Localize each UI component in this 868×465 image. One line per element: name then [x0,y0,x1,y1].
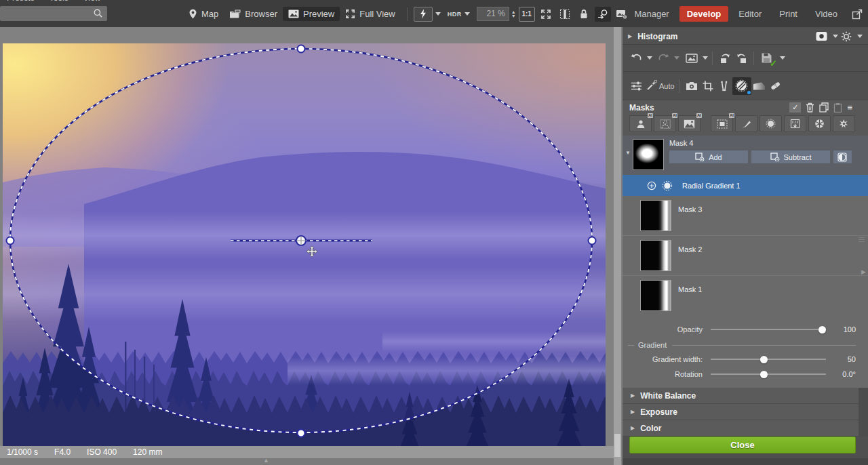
menu-item[interactable]: Presets [7,0,35,3]
redo-dropdown-caret[interactable] [674,56,679,60]
hdr-label[interactable]: HDR [448,11,462,18]
module-tab-manager[interactable]: Manager [627,6,676,22]
undo-icon[interactable] [628,50,644,66]
rail-grip-icon[interactable] [859,237,865,242]
zoom-level-input[interactable]: 21 % [477,7,509,21]
rotate-left-icon[interactable] [717,50,733,66]
mask4-expander-icon[interactable]: ▼ [625,150,631,156]
histogram-section-header[interactable]: ▶ Histogram [623,28,868,45]
module-tab-develop[interactable]: Develop [679,6,729,22]
rotation-slider[interactable] [711,373,826,375]
ai-subject-mask-button[interactable]: AI [654,115,676,132]
browser-button[interactable]: Browser [224,7,283,21]
opacity-slider-thumb[interactable] [818,326,826,333]
rotation-slider-row: Rotation 0.0° [623,367,856,381]
camera-icon[interactable] [684,78,700,94]
search-input[interactable] [4,7,90,20]
gradient-group-header[interactable]: Gradient [628,340,856,350]
masks-enable-check-icon[interactable]: ✓ [789,102,801,113]
flash-dropdown-caret[interactable] [435,12,441,16]
external-window-icon[interactable] [852,9,863,20]
menu-item[interactable]: Tools [50,0,68,3]
lock-button[interactable] [576,7,592,22]
add-gradient-icon[interactable] [647,181,656,190]
paste-mask-icon[interactable] [833,102,842,113]
exposure-section-header[interactable]: ▶ Exposure [623,404,859,420]
fit-to-screen-button[interactable] [538,7,554,22]
gradient-width-slider-row: Gradient width: 50 [623,352,856,366]
preview-button[interactable]: Preview [283,7,340,21]
gradient-width-slider-thumb[interactable] [760,356,768,363]
module-tab-print[interactable]: Print [772,6,805,22]
delete-mask-icon[interactable] [806,102,814,113]
folder-icon [229,9,241,19]
mask3-row[interactable]: Mask 3 [623,196,868,236]
zoom-1to1-button[interactable]: 1:1 [519,7,535,22]
original-image-icon[interactable] [684,50,700,66]
mask2-row[interactable]: Mask 2 [623,236,868,276]
save-dropdown-caret[interactable] [780,56,785,60]
flash-preview-button[interactable] [414,7,433,22]
save-icon[interactable]: ✓ [758,50,774,66]
compare-view-button[interactable] [595,7,611,22]
rotate-right-icon[interactable] [733,50,749,66]
full-view-button[interactable]: Full View [340,7,401,21]
radial-gradient-item-selected[interactable]: Radial Gradient 1 [623,175,868,196]
close-button[interactable]: Close [629,437,856,453]
ai-people-mask-button[interactable]: AI [629,115,652,132]
mask2-thumbnail[interactable] [640,240,671,271]
gradient-width-slider[interactable] [711,359,826,360]
undo-dropdown-caret[interactable] [647,56,652,60]
image-canvas[interactable]: 1/1000 s F4.0 ISO 400 120 mm ▲ [0,27,623,465]
scrollbar-thumb[interactable] [614,434,620,457]
module-tab-video[interactable]: Video [808,6,845,22]
magic-wand-mask-button[interactable] [833,115,855,132]
panel-resize-rail[interactable]: ▶ [856,114,868,465]
zoom-stepper[interactable]: ▲▼ [511,10,516,18]
masking-brush-tool-active[interactable] [732,77,751,95]
linear-gradient-mask-button[interactable] [784,115,806,132]
color-title: Color [640,424,661,433]
color-section-header[interactable]: ▶ Color [623,420,859,436]
panel-collapse-arrow-icon[interactable]: ▶ [861,268,866,275]
white-balance-section-header[interactable]: ▶ White Balance [623,388,859,403]
settings-gear-icon[interactable] [841,31,852,42]
straighten-icon[interactable] [716,78,732,94]
healing-bandage-icon[interactable] [768,78,784,94]
invert-mask-button[interactable] [833,150,852,163]
overlay-dropdown-caret[interactable] [833,35,838,38]
auto-label[interactable]: Auto [659,82,675,90]
subtract-from-mask-button[interactable]: Subtract [751,150,830,163]
masks-menu-icon[interactable]: ≡ [847,102,852,113]
gradient-filter-icon[interactable] [751,78,768,94]
gear-dropdown-caret[interactable] [857,35,863,38]
duplicate-mask-icon[interactable] [819,102,829,113]
filmstrip-expand-arrow-icon[interactable]: ▲ [263,457,269,464]
brush-mask-button[interactable] [735,115,757,132]
overlay-display-icon[interactable] [816,31,827,41]
opacity-slider[interactable] [711,329,826,330]
canvas-vertical-scrollbar[interactable] [614,27,621,465]
rotation-slider-thumb[interactable] [760,371,768,378]
crop-icon[interactable] [700,78,716,94]
mask3-thumbnail[interactable] [640,200,671,231]
add-to-mask-button[interactable]: Add [669,150,748,163]
ai-selection-mask-button[interactable]: AI [711,115,733,132]
mask1-row[interactable]: Mask 1 [623,276,868,316]
hdr-dropdown-caret[interactable] [465,12,470,16]
menu-item[interactable]: View [83,0,101,3]
module-tab-editor[interactable]: Editor [731,6,769,22]
adjustments-sliders-icon[interactable] [628,78,644,94]
mask1-thumbnail[interactable] [640,280,671,311]
mask4-thumbnail[interactable] [633,139,664,170]
map-button[interactable]: Map [183,7,224,22]
auto-wand-icon[interactable] [644,78,658,94]
filmstrip-toggle-button[interactable] [557,7,573,22]
redo-icon[interactable] [655,50,671,66]
radial-gradient-mask-button[interactable] [760,115,782,132]
search-box[interactable] [0,6,107,21]
image-dropdown-caret[interactable] [703,56,708,60]
ai-sky-mask-button[interactable]: AI [678,115,701,132]
mask4-row[interactable]: ▼ Mask 4 Add Subtract [623,136,868,175]
filter-wheel-mask-button[interactable] [808,115,831,132]
